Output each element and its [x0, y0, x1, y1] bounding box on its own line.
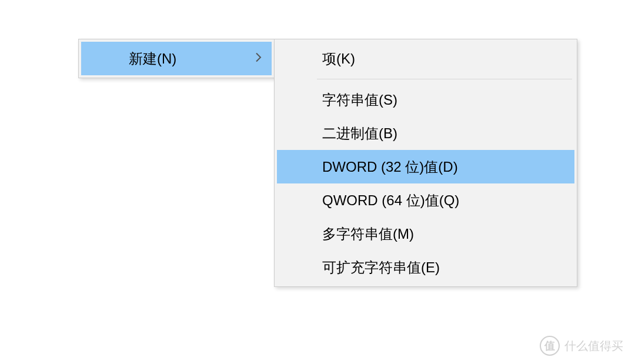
- watermark: 值 什么值得买: [540, 336, 623, 356]
- submenu-item-dword-value-label: DWORD (32 位)值(D): [322, 158, 458, 176]
- submenu-item-expandable-string-value-label: 可扩充字符串值(E): [322, 258, 440, 277]
- submenu-item-binary-value[interactable]: 二进制值(B): [277, 116, 574, 150]
- submenu-item-string-value[interactable]: 字符串值(S): [277, 83, 574, 116]
- submenu-item-qword-value-label: QWORD (64 位)值(Q): [322, 191, 459, 210]
- menu-item-new-label: 新建(N): [129, 49, 176, 68]
- context-menu-main: 新建(N): [78, 39, 275, 78]
- submenu-item-key-label: 项(K): [322, 49, 355, 68]
- submenu-item-qword-value[interactable]: QWORD (64 位)值(Q): [277, 183, 574, 217]
- menu-separator: [317, 79, 572, 79]
- submenu-item-multi-string-value-label: 多字符串值(M): [322, 225, 414, 243]
- menu-item-new[interactable]: 新建(N): [81, 42, 272, 75]
- context-menu-submenu: 项(K) 字符串值(S) 二进制值(B) DWORD (32 位)值(D) QW…: [274, 39, 577, 287]
- watermark-icon-label: 值: [544, 339, 555, 353]
- submenu-item-expandable-string-value[interactable]: 可扩充字符串值(E): [277, 251, 574, 284]
- chevron-right-icon: [256, 52, 262, 65]
- watermark-text: 什么值得买: [564, 338, 623, 354]
- watermark-icon: 值: [540, 336, 560, 356]
- submenu-item-multi-string-value[interactable]: 多字符串值(M): [277, 217, 574, 251]
- submenu-item-binary-value-label: 二进制值(B): [322, 124, 397, 143]
- submenu-item-dword-value[interactable]: DWORD (32 位)值(D): [277, 150, 574, 183]
- submenu-item-key[interactable]: 项(K): [277, 42, 574, 75]
- submenu-item-string-value-label: 字符串值(S): [322, 91, 397, 109]
